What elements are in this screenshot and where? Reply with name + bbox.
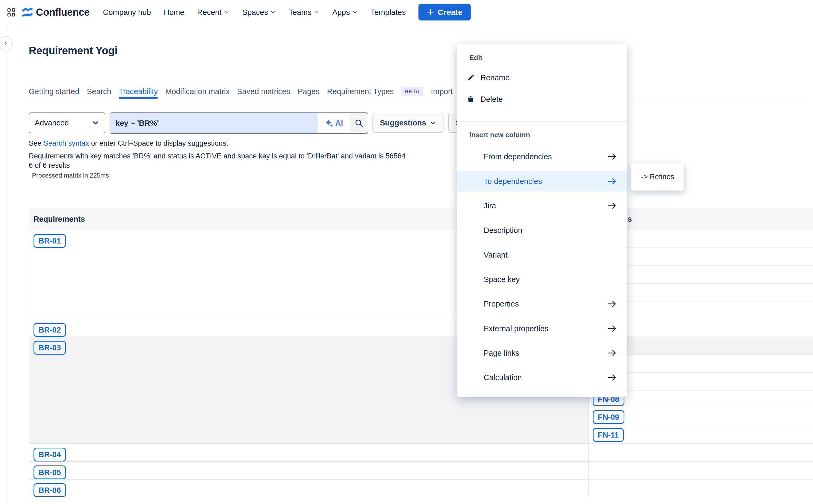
requirement-badge[interactable]: BR-01 [33, 234, 66, 248]
menu-item-jira[interactable]: Jira [457, 195, 627, 216]
menu-item-to-dependencies[interactable]: To dependencies [457, 171, 627, 192]
table-row: BR-06 [29, 480, 588, 497]
table-header-row: Requirements s [29, 208, 813, 230]
search-icon [354, 119, 363, 128]
menu-divider [457, 121, 627, 122]
confluence-app: Confluence Company hub Home Recent Space… [0, 0, 813, 504]
submenu-refines-label: -> Refines [641, 173, 674, 181]
menu-item-description[interactable]: Description [457, 220, 627, 241]
tab-pages[interactable]: Pages [298, 85, 320, 98]
search-toolbar: Advanced key ~ 'BR%' AI Suggestions [29, 112, 496, 134]
menu-item-from-dependencies[interactable]: From dependencies [457, 146, 627, 167]
requirement-badge[interactable]: BR-04 [33, 448, 66, 461]
arrow-right-icon [607, 151, 618, 162]
nav-home[interactable]: Home [163, 8, 184, 17]
menu-section-insert-new-column: Insert new column [469, 131, 530, 139]
query-summary: Requirements with key matches 'BR%' and … [29, 152, 405, 160]
arrow-right-icon [607, 200, 618, 211]
chevron-down-icon [92, 119, 99, 126]
requirement-badge[interactable]: BR-05 [33, 465, 66, 479]
requirement-badge[interactable]: BR-06 [33, 483, 66, 497]
arrow-right-icon [607, 372, 618, 383]
table-row [589, 444, 813, 462]
plus-icon [426, 8, 434, 16]
confluence-logo-icon [22, 8, 33, 17]
arrow-right-icon [607, 323, 618, 334]
menu-item-delete[interactable]: Delete [457, 89, 627, 110]
search-query-text[interactable]: key ~ 'BR%' [110, 113, 318, 133]
chevron-down-icon [270, 9, 276, 15]
nav-templates[interactable]: Templates [371, 8, 406, 17]
arrow-right-icon [607, 348, 618, 358]
ai-assist[interactable]: AI [318, 113, 350, 133]
table-row: BR-04 [29, 444, 588, 462]
nav-recent[interactable]: Recent [197, 8, 230, 17]
table-row: FN-09 [589, 408, 813, 426]
logo-text: Confluence [36, 7, 90, 18]
requirement-badge[interactable]: FN-09 [593, 410, 625, 424]
top-navbar: Confluence Company hub Home Recent Space… [0, 0, 813, 24]
table-row [589, 480, 813, 497]
menu-section-edit: Edit [469, 54, 482, 62]
ai-label: AI [336, 119, 343, 128]
requirements-column-header: Requirements [33, 208, 85, 230]
requirement-badge[interactable]: BR-02 [33, 323, 66, 337]
sidebar-divider [7, 26, 7, 504]
nav-spaces[interactable]: Spaces [242, 8, 276, 17]
tab-requirement-types[interactable]: Requirement Types [327, 85, 394, 98]
menu-item-variant[interactable]: Variant [457, 245, 627, 265]
menu-item-rename[interactable]: Rename [457, 67, 627, 88]
chevron-down-icon [352, 9, 358, 15]
search-mode-select[interactable]: Advanced [29, 112, 105, 133]
nav-company-hub[interactable]: Company hub [103, 8, 151, 17]
arrow-right-icon [607, 176, 618, 187]
menu-item-external-properties[interactable]: External properties [457, 318, 627, 339]
menu-item-properties[interactable]: Properties [457, 293, 627, 314]
suggestions-button[interactable]: Suggestions [372, 113, 443, 133]
requirement-badge[interactable]: FN-11 [593, 428, 624, 442]
tab-saved-matrices[interactable]: Saved matrices [237, 85, 290, 98]
pencil-icon [467, 74, 475, 82]
search-hint: See Search syntax or enter Ctrl+Space to… [29, 139, 228, 148]
tab-import[interactable]: Import [431, 85, 453, 98]
table-row: BR-05 [29, 462, 588, 480]
chevron-down-icon [224, 9, 230, 15]
sidebar-expand-button[interactable] [0, 36, 13, 51]
search-syntax-link[interactable]: Search syntax [44, 139, 89, 147]
table-row [589, 462, 813, 480]
nav-apps[interactable]: Apps [332, 8, 358, 17]
table-row: FN-11 [589, 426, 813, 444]
tab-bar: Getting started Search Traceability Modi… [29, 85, 809, 98]
tab-getting-started[interactable]: Getting started [29, 85, 79, 98]
menu-item-space-key[interactable]: Space key [457, 269, 627, 290]
tab-modification-matrix[interactable]: Modification matrix [165, 85, 230, 98]
arrow-right-icon [607, 299, 618, 309]
create-button[interactable]: Create [418, 4, 470, 20]
requirement-badge[interactable]: BR-03 [33, 341, 66, 355]
search-input[interactable]: key ~ 'BR%' AI [110, 112, 368, 134]
traceability-table: Requirements s BR-01 BR-02 BR-03 BR-04 B… [29, 208, 813, 497]
submenu-refines[interactable]: -> Refines [631, 163, 684, 191]
confluence-logo[interactable]: Confluence [22, 7, 90, 18]
sparkle-icon [325, 119, 333, 127]
nav-teams[interactable]: Teams [289, 8, 319, 17]
chevron-down-icon [430, 120, 436, 126]
chevron-down-icon [314, 9, 320, 15]
app-switcher-icon[interactable] [7, 8, 15, 16]
search-submit-button[interactable] [350, 113, 368, 133]
trash-icon [467, 95, 475, 103]
menu-item-page-links[interactable]: Page links [457, 343, 627, 363]
table-body: BR-01 BR-02 BR-03 BR-04 BR-05 BR-06 FN-0… [29, 230, 813, 497]
tab-search[interactable]: Search [87, 85, 111, 98]
page-title: Requirement Yogi [29, 45, 117, 57]
beta-badge: BETA [401, 87, 423, 96]
menu-item-calculation[interactable]: Calculation [457, 367, 627, 388]
processed-time: Processed matrix in 225ms [32, 172, 109, 179]
dependencies-column-header-fragment: s [628, 208, 632, 230]
results-count: 6 of 6 results [29, 161, 70, 170]
chevron-right-icon [3, 40, 9, 46]
tab-traceability[interactable]: Traceability [119, 85, 158, 98]
column-context-menu: Edit Rename Delete Insert new column Fro… [457, 44, 627, 397]
